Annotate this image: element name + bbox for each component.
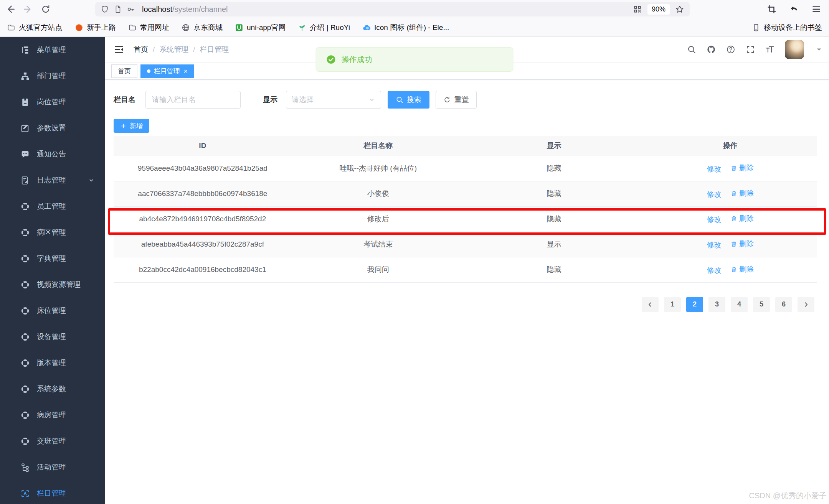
back-icon[interactable] (5, 4, 15, 14)
reload-icon[interactable] (41, 4, 51, 14)
bookmark-common-sites[interactable]: 常用网址 (128, 23, 169, 33)
activity-icon (20, 463, 30, 472)
qr-code-icon[interactable] (633, 5, 642, 14)
bookmark-star-icon[interactable] (675, 5, 684, 14)
page-button-3[interactable]: 3 (708, 297, 725, 312)
sidebar-item-post[interactable]: 岗位管理 (0, 89, 105, 115)
avatar[interactable] (785, 40, 804, 59)
page-button-2[interactable]: 2 (686, 297, 703, 312)
sidebar-item-dept[interactable]: 部门管理 (0, 63, 105, 89)
fullscreen-icon[interactable] (746, 45, 755, 54)
shield-icon[interactable] (101, 5, 109, 13)
edit-link[interactable]: 修改 (707, 164, 721, 174)
search-icon[interactable] (687, 45, 696, 54)
forward-icon[interactable] (23, 4, 33, 14)
dept-icon (20, 71, 30, 81)
sidebar-item-room[interactable]: 病房管理 (0, 402, 105, 428)
prev-page-button[interactable] (642, 297, 659, 312)
page-button-6[interactable]: 6 (775, 297, 792, 312)
table-row: b22ab0cc42dc4a00916becbcd82043c1 我问问 隐藏 … (114, 257, 817, 282)
next-page-button[interactable] (798, 297, 814, 312)
sidebar-fold-icon[interactable] (114, 44, 124, 55)
url-bar[interactable]: localhost/system/channel 90% (95, 2, 690, 16)
reset-button[interactable]: 重置 (436, 91, 477, 109)
browser-menu-icon[interactable] (811, 4, 821, 14)
edit-link[interactable]: 修改 (707, 240, 721, 250)
page-button-4[interactable]: 4 (731, 297, 748, 312)
delete-link[interactable]: 删除 (730, 163, 754, 173)
browser-zoom-level[interactable]: 90% (647, 4, 670, 15)
mobile-bookmarks[interactable]: 移动设备上的书签 (752, 23, 822, 33)
channel-name-label: 栏目名 (114, 95, 135, 105)
reset-button-label: 重置 (454, 95, 469, 105)
channel-table: ID 栏目名称 显示 操作 9596aeee43b04a36a9807a5284… (114, 136, 817, 283)
delete-link[interactable]: 删除 (730, 239, 754, 249)
cell-show: 隐藏 (465, 206, 644, 232)
cell-actions: 修改 删除 (643, 257, 817, 282)
tab-close-icon[interactable]: × (183, 68, 188, 75)
sidebar-item-sysparam[interactable]: 系统参数 (0, 376, 105, 402)
add-button[interactable]: 新增 (114, 119, 149, 133)
post-icon (20, 97, 30, 107)
sidebar-item-staff[interactable]: 员工管理 (0, 193, 105, 219)
sidebar-item-notice[interactable]: 通知公告 (0, 141, 105, 167)
tab-home[interactable]: 首页 (111, 64, 137, 78)
trash-icon (730, 240, 737, 247)
sidebar-item-log[interactable]: 日志管理 (0, 167, 105, 193)
channel-name-input[interactable] (145, 91, 241, 109)
bookmark-element-icon[interactable]: Icon 图标 (组件) - Ele... (362, 23, 449, 33)
font-size-icon[interactable] (765, 45, 775, 54)
github-icon[interactable] (707, 45, 716, 54)
edit-link[interactable]: 修改 (707, 215, 721, 225)
sidebar-item-shift[interactable]: 交班管理 (0, 428, 105, 454)
page-button-1[interactable]: 1 (664, 297, 681, 312)
bookmark-firefox-site[interactable]: 火狐官方站点 (7, 23, 63, 33)
bookmark-jd[interactable]: 京东商城 (182, 23, 223, 33)
sidebar-item-version[interactable]: 版本管理 (0, 350, 105, 376)
breadcrumb: 首页 / 系统管理 / 栏目管理 (134, 44, 229, 54)
sidebar-item-device[interactable]: 设备管理 (0, 324, 105, 350)
chevron-down-icon (88, 177, 95, 184)
sidebar-item-video[interactable]: 视频资源管理 (0, 272, 105, 298)
main-area: 首页 / 系统管理 / 栏目管理 首页 栏目管理 × (105, 37, 829, 504)
cell-name: 我问问 (292, 257, 465, 282)
key-icon[interactable] (127, 5, 135, 13)
show-select[interactable]: 请选择 (286, 91, 381, 109)
search-button[interactable]: 搜索 (388, 91, 429, 109)
sidebar-item-channel[interactable]: 栏目管理 (0, 480, 105, 504)
bookmark-ruoyi[interactable]: 介绍 | RuoYi (298, 23, 350, 33)
bookmark-getting-started[interactable]: 新手上路 (75, 23, 116, 33)
delete-link[interactable]: 删除 (730, 188, 754, 198)
caret-down-icon[interactable] (814, 45, 824, 54)
folder-icon (128, 23, 137, 32)
cell-id: aac7066337a748ebbbb06e0974b3618e (114, 181, 292, 206)
sidebar-item-bed[interactable]: 床位管理 (0, 298, 105, 324)
toast-message: 操作成功 (342, 54, 372, 65)
breadcrumb-home[interactable]: 首页 (134, 44, 148, 54)
tab-active-dot (147, 69, 150, 73)
show-select-placeholder: 请选择 (292, 95, 314, 105)
undo-icon[interactable] (789, 4, 799, 14)
page-list: 123456 (664, 297, 792, 312)
cell-name: 考试结束 (292, 232, 465, 257)
delete-link[interactable]: 删除 (730, 214, 754, 224)
edit-link[interactable]: 修改 (707, 265, 721, 275)
tab-channel[interactable]: 栏目管理 × (140, 64, 194, 78)
cell-name: 小俊俊 (292, 181, 465, 206)
browser-toolbar: localhost/system/channel 90% (0, 0, 829, 18)
sidebar-item-dict[interactable]: 字典管理 (0, 245, 105, 272)
edit-link[interactable]: 修改 (707, 189, 721, 199)
sidebar-item-config[interactable]: 参数设置 (0, 115, 105, 141)
sidebar-item-activity[interactable]: 活动管理 (0, 454, 105, 480)
screenshot-icon[interactable] (767, 4, 777, 14)
menu-tree-icon (20, 45, 30, 55)
sidebar-item-ward[interactable]: 病区管理 (0, 219, 105, 245)
column-show: 显示 (465, 136, 644, 156)
delete-link[interactable]: 删除 (730, 264, 754, 274)
page-icon[interactable] (114, 5, 122, 13)
sidebar-item-menu[interactable]: 菜单管理 (0, 37, 105, 63)
page-button-5[interactable]: 5 (753, 297, 770, 312)
cell-show: 显示 (465, 232, 644, 257)
help-icon[interactable] (726, 45, 735, 54)
bookmark-uniapp[interactable]: uni-app官网 (235, 23, 286, 33)
